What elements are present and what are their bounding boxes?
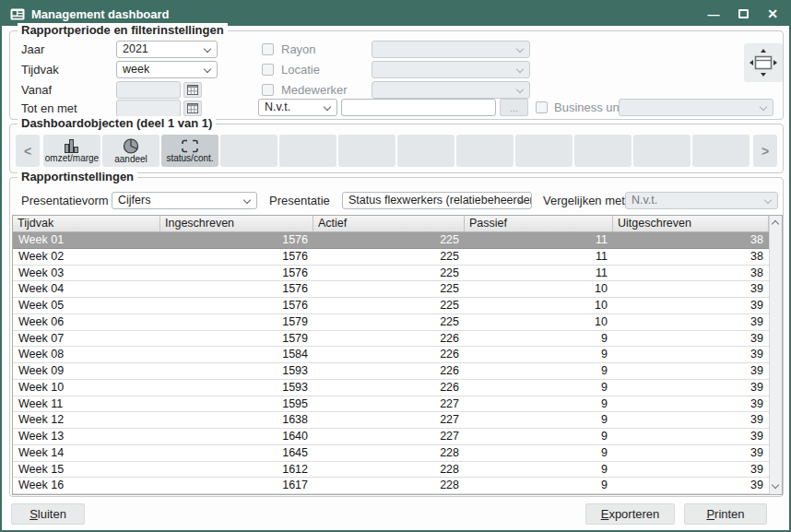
jaar-label: Jaar — [21, 41, 44, 58]
value-cell: 225 — [313, 266, 465, 281]
scroll-up-button[interactable] — [773, 221, 779, 228]
value-cell: 38 — [613, 232, 769, 248]
column-header-tijdvak[interactable]: Tijdvak — [13, 216, 160, 231]
empty-object-slot[interactable] — [338, 135, 396, 167]
business-unit-checkbox[interactable] — [536, 101, 548, 113]
empty-object-slot[interactable] — [220, 135, 277, 167]
value-cell: 11 — [465, 249, 613, 265]
jaar-select[interactable]: 2021 — [116, 41, 218, 58]
id-card-icon — [10, 8, 25, 20]
value-cell: 225 — [313, 281, 465, 297]
nvt-select[interactable]: N.v.t. — [258, 99, 337, 116]
value-cell: 228 — [313, 478, 465, 493]
value-cell: 39 — [613, 412, 769, 428]
rayon-label: Rayon — [281, 41, 316, 58]
locatie-label: Locatie — [281, 61, 320, 78]
table-row[interactable]: Week 111595227939 — [13, 396, 769, 413]
value-cell: 39 — [613, 281, 769, 297]
table-row[interactable]: Week 0615792251039 — [13, 314, 769, 331]
medewerker-checkbox[interactable] — [262, 84, 274, 96]
window-navigate-button[interactable] — [744, 43, 783, 82]
value-cell: 39 — [613, 445, 769, 461]
value-cell: 227 — [313, 412, 465, 428]
chevron-down-icon — [760, 103, 767, 111]
value-cell: 9 — [465, 429, 613, 444]
object-aandeel-button[interactable]: aandeel — [102, 135, 159, 167]
object-omzet-marge-button[interactable]: omzet/marge — [43, 135, 100, 167]
empty-object-slot[interactable] — [633, 135, 691, 167]
rayon-checkbox[interactable] — [262, 43, 274, 55]
table-row[interactable]: Week 131640227939 — [13, 429, 769, 445]
value-cell: 228 — [313, 445, 465, 461]
value-cell: 10 — [465, 314, 613, 330]
vanaf-input[interactable] — [116, 81, 181, 99]
object-status-cont-button[interactable]: status/cont. — [161, 135, 218, 167]
locatie-select[interactable] — [372, 61, 530, 78]
table-row[interactable]: Week 071579226939 — [13, 331, 769, 348]
table-row[interactable]: Week 121638227939 — [13, 412, 769, 429]
sluiten-button[interactable]: Sluiten — [11, 503, 85, 525]
presentatie-select[interactable]: Status flexwerkers (relatiebeheerder) — [342, 192, 532, 209]
column-header-passief[interactable]: Passief — [465, 216, 613, 231]
vergelijken-met-select[interactable]: N.v.t. — [625, 192, 778, 209]
maximize-icon — [738, 9, 749, 18]
empty-object-slot[interactable] — [692, 135, 750, 167]
value-cell: 226 — [313, 380, 465, 396]
table-row[interactable]: Week 0315762251138 — [13, 266, 769, 282]
column-header-uitgeschreven[interactable]: Uitgeschreven — [613, 216, 769, 231]
tijdvak-cell: Week 15 — [13, 462, 160, 478]
filter-value-input[interactable] — [341, 99, 496, 116]
table-row[interactable]: Week 0515762251039 — [13, 298, 769, 314]
medewerker-label: Medewerker — [281, 81, 348, 99]
calendar-icon — [187, 85, 198, 95]
empty-object-slot[interactable] — [515, 135, 573, 167]
chevron-down-icon — [516, 65, 524, 73]
value-cell: 38 — [613, 249, 769, 265]
rayon-select[interactable] — [372, 41, 530, 58]
pie-chart-icon — [123, 138, 139, 154]
value-cell: 1576 — [160, 281, 313, 297]
business-unit-select[interactable] — [619, 99, 773, 116]
minimize-button[interactable]: — — [706, 6, 721, 21]
table-row[interactable]: Week 151612228939 — [13, 462, 769, 479]
empty-object-slot[interactable] — [574, 135, 632, 167]
printen-button[interactable]: Printen — [684, 503, 767, 525]
empty-object-slot[interactable] — [279, 135, 336, 167]
table-row[interactable]: Week 0215762251138 — [13, 249, 769, 266]
scroll-down-button[interactable] — [773, 482, 779, 489]
vanaf-calendar-button[interactable] — [183, 82, 202, 98]
objects-prev-button[interactable]: < — [16, 135, 40, 167]
chevron-up-icon — [772, 220, 779, 228]
browse-button[interactable]: ... — [500, 99, 528, 116]
medewerker-select[interactable] — [372, 81, 530, 99]
tot-en-met-input[interactable] — [116, 100, 181, 117]
close-button[interactable]: ✕ — [765, 6, 780, 21]
table-row[interactable]: Week 101593226939 — [13, 380, 769, 396]
value-cell: 226 — [313, 347, 465, 362]
tijdvak-select[interactable]: week — [116, 61, 218, 78]
table-row[interactable]: Week 091593226939 — [13, 363, 769, 380]
column-header-actief[interactable]: Actief — [313, 216, 465, 231]
table-row[interactable]: Week 161617228939 — [13, 478, 769, 494]
maximize-button[interactable] — [736, 6, 750, 21]
vertical-scrollbar[interactable] — [769, 216, 782, 494]
tijdvak-label: Tijdvak — [21, 61, 59, 78]
exporteren-button[interactable]: Exporteren — [585, 503, 675, 525]
value-cell: 38 — [613, 266, 769, 281]
empty-object-slot[interactable] — [456, 135, 514, 167]
table-row[interactable]: Week 0415762251039 — [13, 281, 769, 298]
table-row[interactable]: Week 081584226939 — [13, 347, 769, 363]
dashboard-objects-legend: Dashboardobjecten (deel 1 van 1) — [18, 116, 216, 130]
objects-next-button[interactable]: > — [753, 135, 777, 167]
value-cell: 225 — [313, 232, 465, 248]
locatie-checkbox[interactable] — [262, 64, 274, 76]
window-title: Management dashboard — [31, 7, 170, 21]
column-header-ingeschreven[interactable]: Ingeschreven — [160, 216, 313, 231]
table-row[interactable]: Week 0115762251138 — [13, 232, 769, 249]
empty-object-slot[interactable] — [397, 135, 455, 167]
chevron-down-icon — [324, 103, 331, 111]
presentatievorm-select[interactable]: Cijfers — [112, 192, 257, 209]
tot-en-met-calendar-button[interactable] — [183, 100, 202, 116]
value-cell: 9 — [465, 331, 613, 347]
table-row[interactable]: Week 141645228939 — [13, 445, 769, 462]
